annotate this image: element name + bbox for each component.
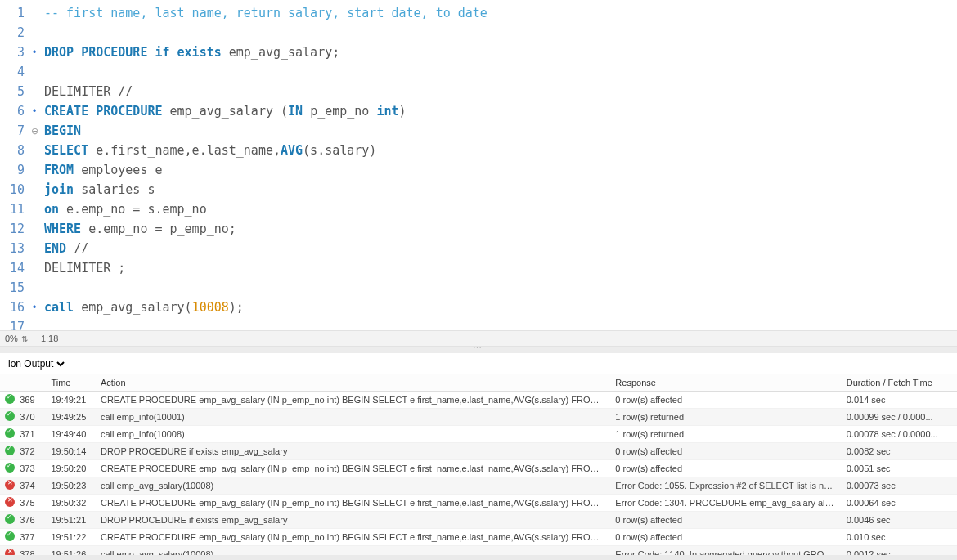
line-number: 5 xyxy=(0,82,25,101)
marker-empty xyxy=(28,62,41,82)
code-line[interactable]: on e.emp_no = s.emp_no xyxy=(44,199,957,219)
code-line[interactable] xyxy=(44,317,957,330)
row-response: 0 row(s) affected xyxy=(610,529,841,546)
row-time: 19:50:23 xyxy=(46,477,96,495)
code-line[interactable]: DELIMITER // xyxy=(44,82,957,101)
footer-bar xyxy=(0,555,957,560)
code-area[interactable]: -- first name, last name, return salary,… xyxy=(41,0,957,330)
marker-empty xyxy=(28,23,41,43)
row-duration: 0.0012 sec xyxy=(842,546,957,556)
code-line[interactable]: DELIMITER ; xyxy=(44,258,957,278)
output-table-wrap[interactable]: Time Action Response Duration / Fetch Ti… xyxy=(0,374,957,555)
marker-empty xyxy=(28,258,41,278)
row-index: 369 xyxy=(15,392,46,409)
marker-empty xyxy=(28,219,41,239)
output-panel: ion Output Time Action Response Duration… xyxy=(0,353,957,555)
code-line[interactable] xyxy=(44,23,957,43)
row-action: CREATE PROCEDURE emp_avg_salary (IN p_em… xyxy=(96,495,610,512)
code-line[interactable] xyxy=(44,278,957,298)
status-error-icon xyxy=(5,497,15,507)
output-row[interactable]: 37419:50:23call emp_avg_salary(10008)Err… xyxy=(0,477,957,495)
output-header: ion Output xyxy=(0,353,957,374)
row-response: 1 row(s) returned xyxy=(610,426,841,443)
code-line[interactable]: -- first name, last name, return salary,… xyxy=(44,3,957,23)
sql-editor[interactable]: 123456789101112131415161718 -- first nam… xyxy=(0,0,957,330)
marker-empty xyxy=(28,239,41,258)
row-time: 19:49:40 xyxy=(46,426,96,443)
row-action: call emp_avg_salary(10008) xyxy=(96,546,610,556)
row-action: CREATE PROCEDURE emp_avg_salary (IN p_em… xyxy=(96,529,610,546)
output-row[interactable]: 37719:51:22CREATE PROCEDURE emp_avg_sala… xyxy=(0,529,957,546)
row-duration: 0.014 sec xyxy=(842,392,957,409)
output-table: Time Action Response Duration / Fetch Ti… xyxy=(0,374,957,555)
marker-empty xyxy=(28,3,41,23)
panel-splitter[interactable] xyxy=(0,347,957,353)
row-time: 19:50:14 xyxy=(46,443,96,460)
line-number-gutter: 123456789101112131415161718 xyxy=(0,0,28,330)
row-index: 377 xyxy=(15,529,46,546)
output-row[interactable]: 37119:49:40call emp_info(10008)1 row(s) … xyxy=(0,426,957,443)
col-header-action[interactable]: Action xyxy=(96,374,610,392)
line-number: 15 xyxy=(0,278,25,298)
row-duration: 0.00064 sec xyxy=(842,495,957,512)
fold-icon[interactable] xyxy=(28,121,41,141)
output-row[interactable]: 37619:51:21DROP PROCEDURE if exists emp_… xyxy=(0,512,957,529)
col-header-response[interactable]: Response xyxy=(610,374,841,392)
code-line[interactable] xyxy=(44,62,957,82)
line-number: 12 xyxy=(0,219,25,239)
code-line[interactable]: BEGIN xyxy=(44,121,957,141)
code-line[interactable]: join salaries s xyxy=(44,180,957,199)
line-number: 1 xyxy=(0,3,25,23)
code-line[interactable]: DROP PROCEDURE if exists emp_avg_salary; xyxy=(44,43,957,62)
statement-marker-icon[interactable] xyxy=(28,43,41,62)
output-row[interactable]: 37219:50:14DROP PROCEDURE if exists emp_… xyxy=(0,443,957,460)
row-action: call emp_info(10001) xyxy=(96,409,610,426)
status-ok-icon xyxy=(5,514,15,524)
output-header-row: Time Action Response Duration / Fetch Ti… xyxy=(0,374,957,392)
row-response: 1 row(s) returned xyxy=(610,409,841,426)
row-response: 0 row(s) affected xyxy=(610,443,841,460)
zoom-control[interactable]: 0% ⇅ xyxy=(5,334,28,343)
row-time: 19:50:32 xyxy=(46,495,96,512)
output-row[interactable]: 37819:51:26call emp_avg_salary(10008)Err… xyxy=(0,546,957,556)
code-line[interactable]: SELECT e.first_name,e.last_name,AVG(s.sa… xyxy=(44,141,957,160)
col-header-time[interactable]: Time xyxy=(46,374,96,392)
code-line[interactable]: WHERE e.emp_no = p_emp_no; xyxy=(44,219,957,239)
row-response: 0 row(s) affected xyxy=(610,460,841,477)
row-duration: 0.00078 sec / 0.0000... xyxy=(842,426,957,443)
marker-empty xyxy=(28,180,41,199)
output-row[interactable]: 37019:49:25call emp_info(10001)1 row(s) … xyxy=(0,409,957,426)
row-index: 371 xyxy=(15,426,46,443)
row-response: Error Code: 1055. Expression #2 of SELEC… xyxy=(610,477,841,495)
line-number: 6 xyxy=(0,101,25,121)
output-row[interactable]: 37519:50:32CREATE PROCEDURE emp_avg_sala… xyxy=(0,495,957,512)
statement-marker-icon[interactable] xyxy=(28,101,41,121)
code-line[interactable]: call emp_avg_salary(10008); xyxy=(44,298,957,317)
line-number: 17 xyxy=(0,317,25,330)
col-header-duration[interactable]: Duration / Fetch Time xyxy=(842,374,957,392)
row-duration: 0.010 sec xyxy=(842,529,957,546)
col-header-index[interactable] xyxy=(15,374,46,392)
row-time: 19:49:21 xyxy=(46,392,96,409)
status-ok-icon xyxy=(5,428,15,438)
output-mode-select[interactable]: ion Output xyxy=(5,357,67,370)
row-index: 375 xyxy=(15,495,46,512)
line-number: 3 xyxy=(0,43,25,62)
zoom-stepper-icon[interactable]: ⇅ xyxy=(21,334,28,343)
row-action: CREATE PROCEDURE emp_avg_salary (IN p_em… xyxy=(96,460,610,477)
output-row[interactable]: 36919:49:21CREATE PROCEDURE emp_avg_sala… xyxy=(0,392,957,409)
row-index: 372 xyxy=(15,443,46,460)
row-response: 0 row(s) affected xyxy=(610,392,841,409)
zoom-value: 0% xyxy=(5,334,18,343)
code-line[interactable]: CREATE PROCEDURE emp_avg_salary (IN p_em… xyxy=(44,101,957,121)
status-ok-icon xyxy=(5,531,15,541)
code-line[interactable]: FROM employees e xyxy=(44,160,957,180)
output-row[interactable]: 37319:50:20CREATE PROCEDURE emp_avg_sala… xyxy=(0,460,957,477)
row-index: 370 xyxy=(15,409,46,426)
marker-empty xyxy=(28,160,41,180)
col-header-status[interactable] xyxy=(0,374,15,392)
line-number: 13 xyxy=(0,239,25,258)
status-ok-icon xyxy=(5,394,15,404)
statement-marker-icon[interactable] xyxy=(28,298,41,317)
code-line[interactable]: END // xyxy=(44,239,957,258)
